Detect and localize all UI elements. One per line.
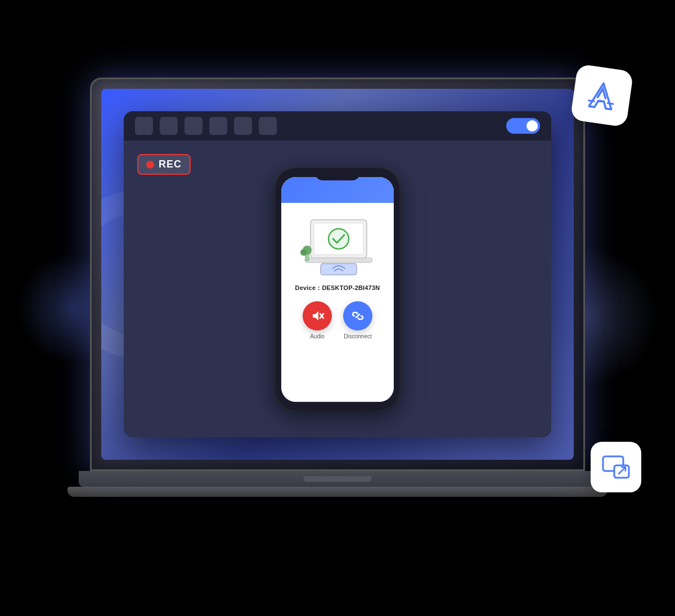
phone-notch	[315, 168, 360, 180]
rec-indicator-dot	[146, 161, 154, 169]
titlebar-toggle[interactable]	[506, 118, 540, 134]
laptop: REC	[84, 78, 591, 538]
appstore-icon-badge	[570, 64, 634, 128]
titlebar-dot-6	[259, 117, 277, 135]
laptop-screen-bezel: REC	[90, 78, 585, 471]
laptop-base	[68, 487, 608, 497]
phone-mockup: Device：DESKTOP-2BI473N	[276, 168, 399, 410]
phone-screen: Device：DESKTOP-2BI473N	[281, 177, 394, 402]
audio-label: Audio	[310, 333, 325, 339]
connection-illustration	[292, 212, 382, 279]
audio-button[interactable]	[303, 301, 332, 330]
titlebar-dot-3	[184, 117, 202, 135]
device-label: Device：DESKTOP-2BI473N	[295, 284, 380, 292]
scene: REC	[0, 0, 675, 616]
svg-rect-5	[305, 258, 372, 262]
phone-buttons-row: Audio	[303, 301, 372, 339]
phone-screen-top-bar	[281, 177, 394, 203]
svg-point-4	[328, 229, 349, 249]
app-titlebar	[124, 111, 551, 141]
laptop-screen: REC	[101, 89, 574, 460]
rec-badge: REC	[137, 154, 191, 175]
titlebar-dot-1	[135, 117, 153, 135]
disconnect-button[interactable]	[343, 301, 372, 330]
titlebar-dot-5	[234, 117, 252, 135]
laptop-hinge	[304, 476, 371, 482]
app-content: REC	[124, 141, 551, 437]
screen-mirror-icon-badge	[591, 442, 641, 492]
disconnect-label: Disconnect	[344, 333, 371, 339]
svg-point-9	[300, 249, 307, 256]
laptop-hinge-bar	[79, 471, 596, 487]
rec-label: REC	[159, 158, 182, 170]
disconnect-button-item: Disconnect	[343, 301, 372, 339]
app-window: REC	[124, 111, 551, 437]
titlebar-dot-2	[160, 117, 178, 135]
titlebar-dot-4	[209, 117, 227, 135]
audio-button-item: Audio	[303, 301, 332, 339]
phone-screen-body: Device：DESKTOP-2BI473N	[281, 203, 394, 402]
